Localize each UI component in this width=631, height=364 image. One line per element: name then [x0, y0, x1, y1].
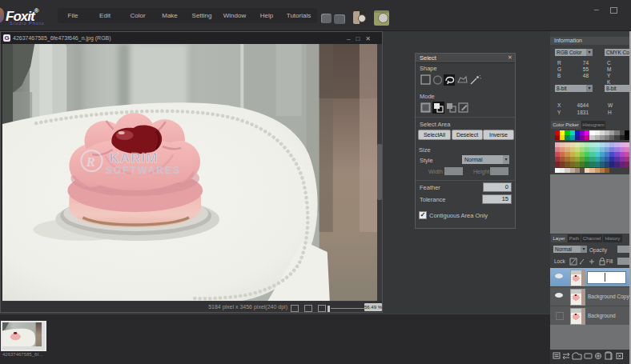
- svg-text:R: R: [85, 154, 94, 170]
- svg-text:KARIM: KARIM: [110, 150, 159, 166]
- svg-text:SOFTWARES: SOFTWARES: [106, 165, 181, 176]
